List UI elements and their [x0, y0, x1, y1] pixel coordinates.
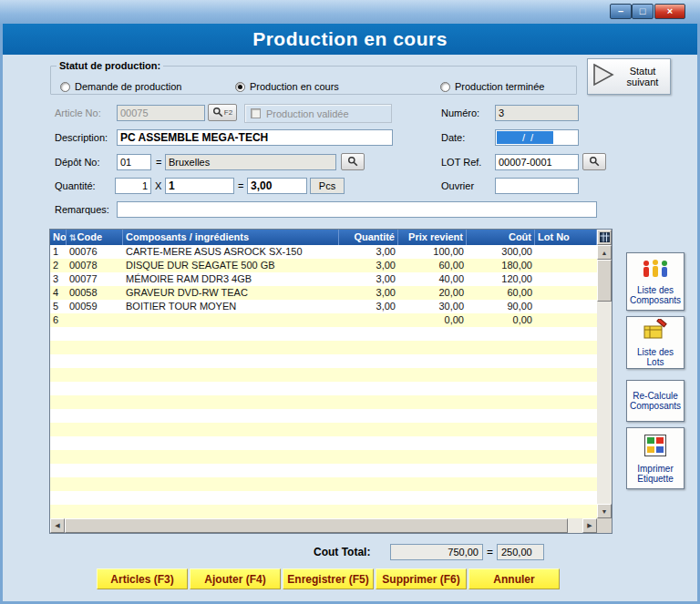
- ouvrier-input[interactable]: [495, 178, 579, 194]
- table-row[interactable]: [50, 382, 597, 395]
- column-header-lot-no[interactable]: Lot No: [535, 230, 597, 245]
- article-no-input[interactable]: 00075: [117, 105, 205, 121]
- table-cell: [123, 491, 339, 505]
- table-row[interactable]: [50, 395, 597, 409]
- depot-search-button[interactable]: [341, 153, 365, 170]
- lot-ref-input[interactable]: 00007-0001: [495, 154, 579, 170]
- table-cell: [123, 327, 339, 341]
- quantite-total-input[interactable]: 3,00: [247, 178, 307, 194]
- column-header-code[interactable]: ⇅Code: [67, 230, 123, 245]
- table-row[interactable]: 100076CARTE-MERE ASUS ASROCK SX-1503,001…: [50, 245, 597, 259]
- production-status-group: Statut de production: Demande de product…: [50, 60, 577, 95]
- depot-equals-label: =: [156, 154, 161, 170]
- scroll-down-button[interactable]: ▼: [597, 504, 612, 518]
- minimize-button[interactable]: –: [610, 4, 632, 19]
- table-row[interactable]: [50, 505, 597, 518]
- column-header-composants[interactable]: Composants / ingrédients: [123, 230, 339, 245]
- column-header-cout[interactable]: Coût: [467, 230, 535, 245]
- table-cell: [67, 313, 123, 327]
- table-cell: [339, 341, 398, 354]
- description-label: Description:: [55, 129, 108, 146]
- ouvrier-label: Ouvrier: [441, 178, 474, 194]
- table-cell: DISQUE DUR SEAGATE 500 GB: [123, 259, 339, 272]
- next-status-button[interactable]: Statut suivant: [587, 58, 671, 95]
- annuler-button[interactable]: Annuler: [468, 568, 560, 589]
- lot-search-button[interactable]: [582, 153, 606, 170]
- horizontal-scroll-thumb[interactable]: [65, 518, 568, 533]
- ajouter-button[interactable]: Ajouter (F4): [190, 568, 281, 589]
- depot-name-input[interactable]: Bruxelles: [165, 154, 336, 170]
- column-header-prix-revient[interactable]: Prix revient: [398, 230, 467, 245]
- description-input[interactable]: PC ASSEMBLE MEGA-TECH: [117, 129, 393, 146]
- radio-icon: [440, 82, 450, 92]
- maximize-button[interactable]: □: [632, 4, 654, 19]
- scroll-up-button[interactable]: ▲: [597, 245, 612, 260]
- titlebar: – □ ×: [0, 0, 700, 24]
- table-row[interactable]: [50, 341, 597, 354]
- scroll-left-button[interactable]: ◀: [50, 518, 65, 533]
- date-input[interactable]: / /: [495, 129, 579, 146]
- radio-demande-production[interactable]: Demande de production: [60, 81, 181, 92]
- table-cell: [339, 505, 398, 518]
- quantite-v2-input[interactable]: 1: [165, 178, 234, 194]
- components-icon: [641, 259, 670, 282]
- supprimer-button[interactable]: Supprimer (F6): [376, 568, 467, 589]
- table-options-button[interactable]: [597, 230, 612, 245]
- table-row[interactable]: [50, 450, 597, 464]
- table-row[interactable]: [50, 354, 597, 368]
- column-header-no[interactable]: No: [50, 230, 67, 245]
- table-row[interactable]: [50, 409, 597, 423]
- liste-composants-button[interactable]: Liste des Composants: [626, 252, 685, 311]
- articles-button[interactable]: Articles (F3): [97, 568, 188, 589]
- table-cell: 180,00: [467, 259, 535, 272]
- table-row[interactable]: [50, 423, 597, 436]
- numero-input[interactable]: 3: [495, 105, 579, 121]
- horizontal-scrollbar[interactable]: ◀ ▶: [50, 518, 597, 533]
- radio-production-en-cours[interactable]: Production en cours: [235, 81, 339, 92]
- table-row[interactable]: [50, 368, 597, 382]
- table-row[interactable]: 400058GRAVEUR DVD-RW TEAC3,0020,0060,00: [50, 286, 597, 300]
- column-header-quantite[interactable]: Quantité: [339, 230, 398, 245]
- article-search-button[interactable]: F2: [208, 104, 237, 121]
- table-cell: [535, 327, 597, 341]
- table-cell: 30,00: [398, 300, 467, 313]
- table-row[interactable]: [50, 491, 597, 505]
- imprimer-etiquette-button[interactable]: Imprimer Etiquette: [626, 427, 685, 489]
- table-cell: [123, 450, 339, 464]
- table-cell: [339, 395, 398, 409]
- table-row[interactable]: 500059BOITIER TOUR MOYEN3,0030,0090,00: [50, 300, 597, 313]
- table-cell: [339, 491, 398, 505]
- table-cell: [50, 341, 67, 354]
- production-validee-label: Production validée: [266, 108, 349, 119]
- radio-production-terminee[interactable]: Production terminée: [440, 81, 544, 92]
- table-row[interactable]: 60,000,00: [50, 313, 597, 327]
- component-table-header: No ⇅Code Composants / ingrédients Quanti…: [50, 230, 597, 245]
- vertical-scrollbar[interactable]: ▲ ▼: [597, 230, 612, 518]
- vertical-scroll-thumb[interactable]: [597, 260, 612, 302]
- remarques-input[interactable]: [117, 201, 597, 218]
- table-cell: [467, 436, 535, 450]
- table-cell: [339, 313, 398, 327]
- checkbox-icon[interactable]: [251, 108, 261, 118]
- depot-no-input[interactable]: 01: [117, 154, 151, 170]
- table-cell: [339, 464, 398, 477]
- table-row[interactable]: 300077MÉMOIRE RAM DDR3 4GB3,0040,00120,0…: [50, 272, 597, 286]
- table-row[interactable]: [50, 436, 597, 450]
- table-cell: [535, 409, 597, 423]
- date-mask-selection: / /: [497, 131, 553, 144]
- close-button[interactable]: ×: [654, 4, 685, 19]
- table-cell: 3,00: [339, 245, 398, 259]
- table-cell: [467, 423, 535, 436]
- table-cell: [535, 245, 597, 259]
- table-cell: [467, 354, 535, 368]
- liste-lots-button[interactable]: Liste des Lots: [626, 316, 685, 369]
- scroll-right-button[interactable]: ▶: [582, 518, 597, 533]
- table-row[interactable]: [50, 327, 597, 341]
- quantite-v1-input[interactable]: 1: [115, 178, 151, 194]
- numero-label: Numéro:: [441, 105, 479, 121]
- table-row[interactable]: 200078DISQUE DUR SEAGATE 500 GB3,0060,00…: [50, 259, 597, 272]
- table-row[interactable]: [50, 464, 597, 477]
- enregistrer-button[interactable]: Enregistrer (F5): [283, 568, 374, 589]
- recalcule-composants-button[interactable]: Re-Calcule Composants: [626, 380, 685, 422]
- table-row[interactable]: [50, 477, 597, 491]
